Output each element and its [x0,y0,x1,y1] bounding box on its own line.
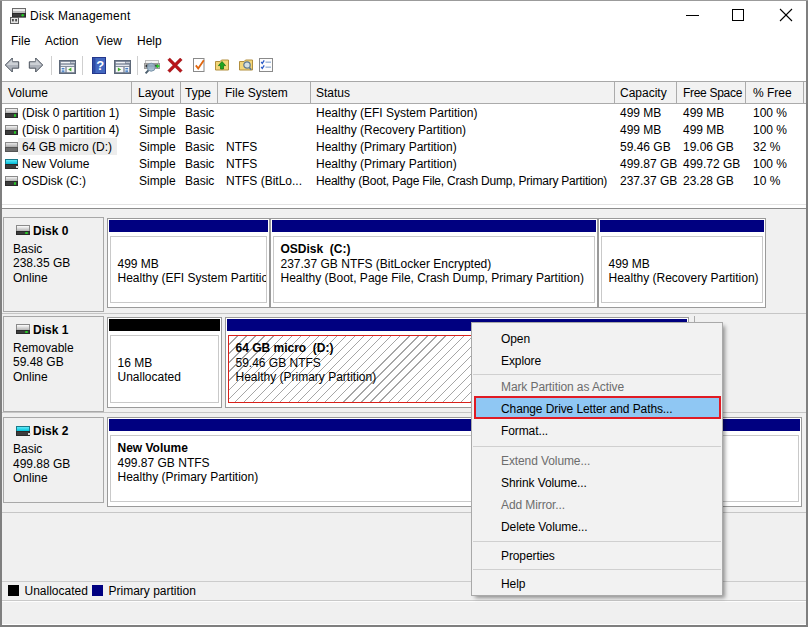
svg-text:?: ? [96,58,104,73]
